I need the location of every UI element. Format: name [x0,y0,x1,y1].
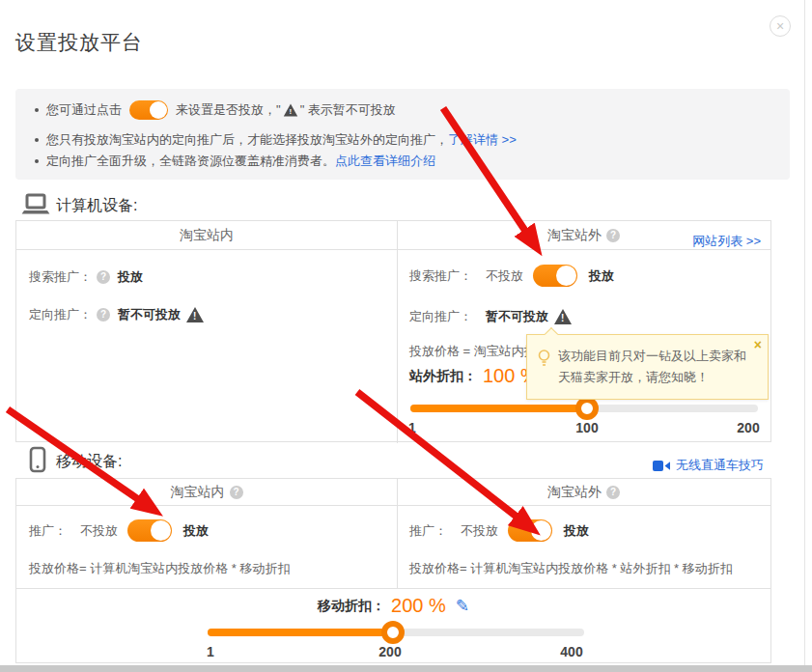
wireless-tips-link[interactable]: 无线直通车技巧 [676,457,764,474]
header-label: 淘宝站外 [547,227,602,244]
row-label: 推广： [409,522,447,540]
help-icon[interactable]: ? [606,486,620,499]
slider-min-label: 1 [207,644,214,659]
row-value: 暂不可投放 [118,306,181,323]
slider-max-label: 200 [737,420,759,435]
column-divider [397,221,398,443]
notice-text: 您只有投放淘宝站内的定向推广后，才能选择投放淘宝站外的定向推广， [46,131,448,149]
toggle-on-label: 投放 [564,522,589,540]
discount-label: 站外折扣： [409,368,477,385]
close-icon: × [776,18,784,34]
learn-more-link[interactable]: 了解详情 >> [448,131,517,149]
mobile-discount-slider-fill [208,629,393,636]
row-value: 暂不可投放 [486,308,548,325]
offsite-search-row: 搜索推广： 不投放 投放 [409,265,614,287]
wireless-tips-row: 无线直通车技巧 [653,457,764,474]
bulb-icon [537,349,551,372]
row-label: 搜索推广： [409,267,472,285]
notice-box: 您可通过点击 来设置是否投放，" ! " 表示暂不可投放 您只有投放淘宝站内的定… [15,89,790,180]
edit-pencil-icon[interactable]: ✎ [456,596,469,616]
header-taobao-onsite: 淘宝站内 [16,227,397,244]
toggle-off-label: 不投放 [80,522,118,540]
dialog-close-button[interactable]: × [770,15,791,37]
toggle-on-label: 投放 [183,522,209,540]
toggle-knob [151,520,171,541]
mobile-offsite-toggle[interactable] [508,519,552,542]
onsite-search-row: 搜索推广： ? 投放 [29,268,143,286]
set-platform-dialog: × 设置投放平台 您可通过点击 来设置是否投放，" ! " 表示暂不可投放 您只… [0,0,812,672]
warning-triangle-icon: ! [186,307,204,322]
offsite-discount-slider-fill [410,405,591,412]
toggle-knob [150,101,167,119]
toggle-knob [556,266,576,286]
header-label: 淘宝站内 [171,484,225,501]
notice-text: 您可通过点击 [46,101,122,119]
header-label: 淘宝站外 [547,484,602,501]
mobile-onsite-promo-row: 推广： 不投放 投放 [29,519,209,542]
site-list-link[interactable]: 网站列表 >> [692,233,761,250]
detail-intro-link[interactable]: 点此查看详细介绍 [335,153,435,170]
header-label: 淘宝站内 [180,227,234,244]
toggle-off-label: 不投放 [461,522,498,540]
offsite-search-toggle[interactable] [533,265,577,287]
tooltip-text: 该功能目前只对一钻及以上卖家和天猫卖家开放，请您知晓！ [558,346,754,388]
mobile-table-header: 淘宝站内 ? 淘宝站外 ? [16,479,770,506]
help-icon[interactable]: ? [97,270,110,284]
discount-value: 200 % [391,595,446,617]
phone-icon [29,446,46,477]
toggle-knob [531,520,551,541]
discount-label: 移动折扣： [318,598,385,615]
mobile-offsite-promo-row: 推广： 不投放 投放 [409,519,589,542]
mobile-offsite-price-formula: 投放价格= 计算机淘宝站内投放价格 * 站外折扣 * 移动折扣 [409,560,733,577]
example-toggle [129,100,168,120]
help-icon[interactable]: ? [230,486,243,499]
slider-mid-label: 200 [378,644,401,659]
notice-line-1: 您可通过点击 来设置是否投放，" ! " 表示暂不可投放 [35,97,396,123]
toggle-on-label: 投放 [589,267,614,285]
help-icon[interactable]: ? [606,229,620,242]
notice-line-2: 您只有投放淘宝站内的定向推广后，才能选择投放淘宝站外的定向推广， 了解详情 >> [35,129,517,151]
header-taobao-offsite: 淘宝站外 ? 网站列表 >> [397,227,770,244]
row-label: 定向推广： [409,308,472,325]
header-taobao-onsite: 淘宝站内 ? [16,484,397,501]
row-label: 定向推广： [29,306,92,323]
computer-table-header: 淘宝站内 淘宝站外 ? 网站列表 >> [16,221,770,250]
slider-mid-label: 100 [575,420,598,435]
onsite-target-row: 定向推广： ? 暂不可投放 ! [29,306,204,323]
seller-notice-tooltip: × 该功能目前只对一钻及以上卖家和天猫卖家开放，请您知晓！ [526,334,769,400]
row-value: 投放 [118,268,143,286]
offsite-discount-row: 站外折扣： 100 % [409,365,538,387]
laptop-icon [21,193,50,220]
video-camera-icon [653,460,671,472]
mobile-onsite-toggle[interactable] [127,519,172,542]
mobile-onsite-price-formula: 投放价格= 计算机淘宝站内投放价格 * 移动折扣 [29,560,291,577]
page-title: 设置投放平台 [15,29,143,56]
row-label: 搜索推广： [29,268,92,286]
help-icon[interactable]: ? [97,308,110,322]
notice-line-3: 定向推广全面升级，全链路资源位覆盖精准消费者。 点此查看详细介绍 [35,151,435,172]
offsite-target-row: 定向推广： 暂不可投放 ! [409,308,572,325]
slider-max-label: 400 [560,644,582,659]
bullet-icon [35,138,39,142]
notice-text: 定向推广全面升级，全链路资源位覆盖精准消费者。 [46,153,335,170]
row-label: 推广： [29,522,67,540]
notice-text: 来设置是否投放，" [176,101,281,119]
warning-triangle-icon: ! [283,103,296,116]
header-taobao-offsite: 淘宝站外 ? [397,484,770,501]
bullet-icon [35,159,39,163]
mobile-discount-row: 移动折扣： 200 % ✎ [15,595,771,617]
bullet-icon [35,108,39,112]
bottom-scrollbar[interactable] [0,665,812,672]
row-divider [16,588,770,589]
offsite-discount-slider-handle[interactable] [575,397,599,420]
notice-text: " 表示暂不可投放 [300,101,396,119]
warning-triangle-icon: ! [554,309,572,324]
mobile-discount-slider-handle[interactable] [381,621,405,644]
computer-section-title: 计算机设备: [56,196,137,216]
tooltip-close-icon[interactable]: × [754,337,762,352]
toggle-off-label: 不投放 [486,267,523,285]
mobile-section-title: 移动设备: [56,452,122,472]
page-edge-divider [804,0,805,665]
column-divider [397,479,398,588]
slider-min-label: 1 [408,420,416,435]
